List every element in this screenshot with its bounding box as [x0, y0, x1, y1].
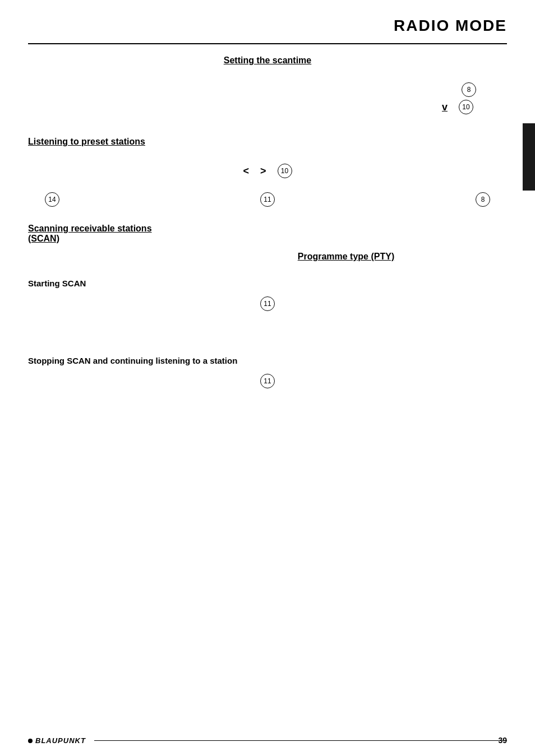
stopping-scan: Stopping SCAN and continuing listening t…: [28, 356, 507, 388]
left-arrow: <: [243, 165, 249, 177]
section-scantime: Setting the scantime 8 v 10: [28, 55, 507, 114]
badge-10-scantime: 10: [459, 100, 473, 114]
stopping-scan-title: Stopping SCAN and continuing listening t…: [28, 356, 507, 365]
scan-pty-row: Scanning receivable stations (SCAN) Prog…: [28, 224, 507, 262]
badge-8-listening: 8: [476, 192, 490, 207]
footer-dot: [28, 739, 33, 743]
footer-divider: [94, 740, 507, 741]
badge-14: 14: [45, 192, 59, 207]
starting-scan: Starting SCAN 11: [28, 279, 507, 311]
page-title: RADIO MODE: [28, 11, 507, 35]
starting-scan-title: Starting SCAN: [28, 279, 507, 288]
section-listening: Listening to preset stations < > 10 14 1…: [28, 137, 507, 207]
top-divider: [28, 43, 507, 44]
scantime-title: Setting the scantime: [224, 55, 311, 66]
badge-8-top: 8: [462, 82, 476, 97]
scan-title: Scanning receivable stations (SCAN): [28, 224, 185, 244]
badge-11-listening: 11: [260, 192, 275, 207]
page-container: RADIO MODE Setting the scantime 8 v 10 L…: [0, 0, 535, 756]
footer-logo: BLAUPUNKT: [35, 736, 86, 745]
listening-title: Listening to preset stations: [28, 137, 145, 147]
badge-11-stop: 11: [260, 374, 275, 388]
badge-11-start: 11: [260, 296, 275, 311]
starting-scan-icon-row: 11: [28, 296, 507, 311]
footer: BLAUPUNKT: [0, 736, 535, 745]
right-arrow: >: [260, 165, 266, 177]
stopping-scan-icon-row: 11: [28, 374, 507, 388]
sidebar-accent-bar: [523, 123, 535, 191]
badge-10-listening: 10: [278, 164, 292, 178]
v-symbol: v: [442, 101, 448, 113]
pty-right: Programme type (PTY): [185, 224, 507, 262]
page-number: 39: [498, 736, 507, 745]
pty-title: Programme type (PTY): [298, 252, 394, 262]
scan-left: Scanning receivable stations (SCAN): [28, 224, 185, 244]
